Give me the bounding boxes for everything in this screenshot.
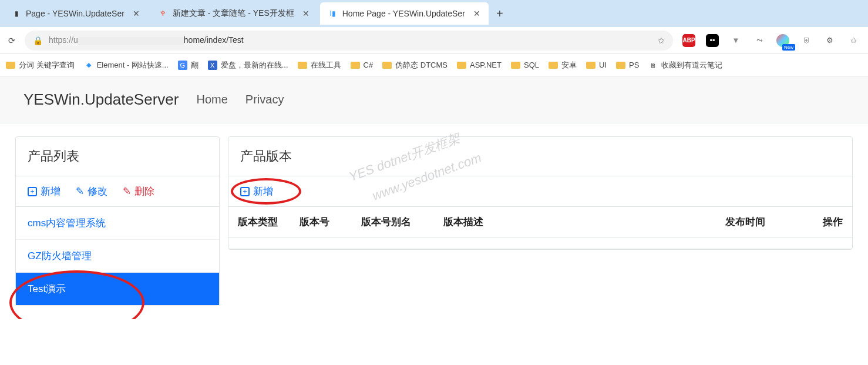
new-tab-button[interactable]: + [491, 5, 509, 22]
table-empty-row [228, 237, 852, 249]
col-version-no: 版本号 [300, 215, 349, 229]
col-version-alias: 版本号别名 [361, 215, 432, 229]
favicon-icon: ◆ [84, 61, 93, 70]
extensions-menu-icon[interactable]: ⚙ [823, 34, 836, 47]
bookmark-item[interactable]: C# [351, 61, 374, 69]
delete-icon [123, 185, 131, 197]
page-content: 产品列表 +新增 修改 删除 cms内容管理系统 GZ防火墙管理 Test演示 … [0, 123, 868, 319]
bookmark-item[interactable]: 分词 关键字查询 [6, 60, 75, 71]
favorites-icon[interactable]: ✩ [658, 36, 665, 45]
favicon-icon: ▮ [12, 9, 21, 18]
favorites-bar-icon[interactable]: ✩ [847, 34, 860, 47]
products-actions: +新增 修改 删除 [16, 176, 219, 207]
versions-actions: +新增 [228, 176, 852, 207]
adblock-icon[interactable]: ABP [682, 34, 695, 47]
folder-icon [382, 62, 392, 69]
bookmark-item[interactable]: 🗎收藏到有道云笔记 [648, 60, 722, 71]
col-actions: 操作 [808, 215, 843, 229]
products-panel: 产品列表 +新增 修改 删除 cms内容管理系统 GZ防火墙管理 Test演示 [15, 136, 220, 306]
bookmark-item[interactable]: 在线工具 [298, 60, 341, 71]
nav-home[interactable]: Home [196, 93, 227, 106]
products-title: 产品列表 [16, 137, 219, 176]
favicon-icon: G [178, 61, 187, 70]
browser-tab[interactable]: ♆ 新建文章 - 文章随笔 - YES开发框 ✕ [150, 2, 318, 25]
extension-icon[interactable]: ▼ [729, 34, 742, 47]
url-input[interactable]: 🔒 https://uhome/index/Test ✩ [25, 31, 673, 51]
plus-icon: + [240, 187, 250, 196]
bookmark-item[interactable]: 伪静态 DTCMS [382, 60, 448, 71]
col-version-desc: 版本描述 [443, 215, 714, 229]
extension-icon[interactable]: New [776, 34, 789, 47]
folder-icon [586, 62, 596, 69]
col-publish-time: 发布时间 [725, 215, 796, 229]
versions-title: 产品版本 [228, 137, 852, 176]
tab-title: Home Page - YESWin.UpdateSer [342, 9, 465, 18]
bookmark-item[interactable]: ASP.NET [457, 61, 502, 69]
address-bar: ⟳ 🔒 https://uhome/index/Test ✩ ABP •• ▼ … [0, 27, 868, 54]
brand-title[interactable]: YESWin.UpdateServer [23, 91, 179, 109]
delete-product-button[interactable]: 删除 [123, 185, 154, 198]
close-icon[interactable]: ✕ [302, 9, 309, 18]
bookmarks-bar: 分词 关键字查询 ◆Element - 网站快速... G翻 X爱盘，最新的在线… [0, 54, 868, 76]
folder-icon [616, 62, 625, 69]
add-product-button[interactable]: +新增 [28, 185, 60, 198]
edit-icon [76, 185, 84, 197]
folder-icon [549, 62, 558, 69]
bookmark-item[interactable]: SQL [511, 61, 539, 69]
document-icon: 🗎 [648, 61, 658, 70]
product-item-selected[interactable]: Test演示 [16, 273, 219, 306]
favicon-icon: ♆ [159, 9, 168, 18]
bookmark-item[interactable]: X爱盘，最新的在线... [208, 60, 288, 71]
bookmark-item[interactable]: G翻 [178, 60, 199, 71]
extension-icon[interactable]: •• [706, 34, 719, 47]
product-item[interactable]: GZ防火墙管理 [16, 240, 219, 273]
edit-product-button[interactable]: 修改 [76, 185, 107, 198]
favicon-icon: X [208, 61, 217, 70]
plus-icon: + [28, 187, 37, 196]
url-text: https://uhome/index/Test [49, 35, 652, 45]
browser-tab-active[interactable]: I▮ Home Page - YESWin.UpdateSer ✕ [320, 2, 489, 25]
browser-tab[interactable]: ▮ Page - YESWin.UpdateSer ✕ [4, 2, 148, 25]
bookmark-item[interactable]: ◆Element - 网站快速... [84, 60, 169, 71]
favicon-icon: I▮ [328, 9, 338, 18]
page-navbar: YESWin.UpdateServer Home Privacy [0, 76, 868, 123]
nav-privacy[interactable]: Privacy [245, 93, 284, 106]
folder-icon [351, 62, 360, 69]
close-icon[interactable]: ✕ [133, 9, 140, 18]
bookmark-item[interactable]: UI [586, 61, 607, 69]
refresh-button[interactable]: ⟳ [5, 34, 19, 48]
folder-icon [457, 62, 466, 69]
extension-icon[interactable]: ⤳ [753, 34, 766, 47]
col-version-type: 版本类型 [238, 215, 288, 229]
tab-title: 新建文章 - 文章随笔 - YES开发框 [173, 8, 294, 19]
shield-icon[interactable]: ⛨ [800, 34, 813, 47]
folder-icon [511, 62, 520, 69]
bookmark-item[interactable]: PS [616, 61, 639, 69]
tab-title: Page - YESWin.UpdateSer [26, 9, 125, 18]
versions-table-header: 版本类型 版本号 版本号别名 版本描述 发布时间 操作 [228, 207, 852, 237]
extensions: ABP •• ▼ ⤳ New ⛨ ⚙ ✩ [679, 34, 863, 47]
versions-panel: 产品版本 +新增 版本类型 版本号 版本号别名 版本描述 发布时间 操作 YES… [228, 136, 853, 250]
product-item[interactable]: cms内容管理系统 [16, 207, 219, 240]
folder-icon [6, 62, 15, 69]
close-icon[interactable]: ✕ [473, 9, 480, 18]
bookmark-item[interactable]: 安卓 [549, 60, 577, 71]
folder-icon [298, 62, 307, 69]
lock-icon: 🔒 [33, 36, 43, 45]
add-version-button[interactable]: +新增 [240, 185, 273, 198]
browser-tabs-bar: ▮ Page - YESWin.UpdateSer ✕ ♆ 新建文章 - 文章随… [0, 0, 868, 27]
